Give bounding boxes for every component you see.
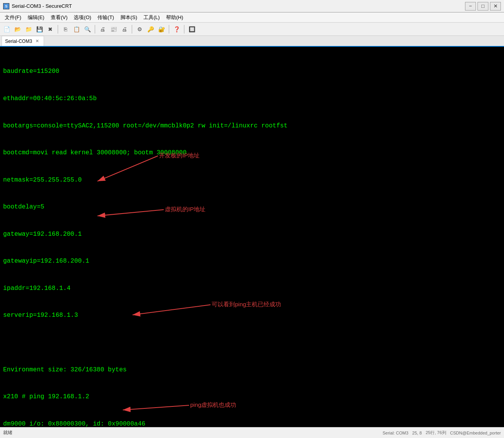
status-watermark: CSDN@Embedded_porter	[450, 431, 501, 435]
tb-close[interactable]: 📁	[23, 24, 34, 34]
menu-options[interactable]: 选项(O)	[71, 12, 94, 22]
terminal-line-9: serverip=192.168.1.3	[3, 311, 501, 320]
tb-auth[interactable]: 🔐	[156, 24, 166, 34]
tb-open[interactable]: 📂	[12, 24, 23, 34]
status-bar: 就绪 Serial: COM3 25, 8 25行, 76列 CSDN@Embe…	[0, 427, 504, 438]
menu-bar: 文件(F) 编辑(E) 查看(V) 选项(O) 传输(T) 脚本(S) 工具(L…	[0, 12, 504, 23]
menu-tools[interactable]: 工具(L)	[140, 12, 163, 22]
separator2	[95, 25, 95, 34]
menu-view[interactable]: 查看(V)	[48, 12, 71, 22]
tb-copy[interactable]: ⎘	[60, 24, 71, 34]
tab-bar: Serial-COM3 ✕	[0, 36, 504, 47]
tab-serial-com3[interactable]: Serial-COM3 ✕	[2, 36, 44, 46]
toolbar: 📄 📂 📁 💾 ✖ ⎘ 📋 🔍 🖨 📰 🖨 ⚙ 🔑 🔐 ❓ 🔲	[0, 23, 504, 36]
status-ready: 就绪	[3, 429, 12, 436]
separator4	[169, 25, 169, 34]
terminal-line-0: baudrate=115200	[3, 67, 501, 76]
tb-extra[interactable]: 🔲	[187, 24, 197, 34]
tab-close-icon[interactable]: ✕	[34, 39, 40, 44]
menu-script[interactable]: 脚本(S)	[117, 12, 140, 22]
tb-find[interactable]: 🔍	[82, 24, 92, 34]
terminal-content: baudrate=115200 ethaddr=00:40:5c:26:0a:5…	[0, 47, 504, 427]
status-rowcol: 25行, 76列	[426, 430, 446, 436]
terminal-line-1: ethaddr=00:40:5c:26:0a:5b	[3, 94, 501, 103]
title-bar-left: S Serial-COM3 - SecureCRT	[3, 3, 72, 9]
terminal-line-5: bootdelay=5	[3, 203, 501, 212]
separator5	[184, 25, 184, 34]
terminal-line-2: bootargs=console=ttySAC2,115200 root=/de…	[3, 122, 501, 131]
status-right: Serial: COM3 25, 8 25行, 76列 CSDN@Embedde…	[383, 430, 501, 436]
terminal-line-10	[3, 338, 501, 347]
terminal-line-11: Environment size: 326/16380 bytes	[3, 366, 501, 374]
menu-edit[interactable]: 编辑(E)	[25, 12, 48, 22]
tb-help[interactable]: ❓	[172, 24, 182, 34]
tb-save[interactable]: 💾	[34, 24, 44, 34]
tb-print[interactable]: 🖨	[119, 24, 129, 34]
tb-key[interactable]: 🔑	[145, 24, 156, 34]
tb-settings[interactable]: ⚙	[134, 24, 145, 34]
terminal-line-13: dm9000 i/o: 0x88000300, id: 0x90000a46	[3, 420, 501, 427]
status-left: 就绪	[3, 429, 12, 436]
separator1	[58, 25, 58, 34]
tab-label: Serial-COM3	[5, 39, 32, 44]
menu-transfer[interactable]: 传输(T)	[94, 12, 117, 22]
menu-help[interactable]: 帮助(H)	[163, 12, 186, 22]
terminal-line-7: gatewayip=192.168.200.1	[3, 257, 501, 266]
window-title: Serial-COM3 - SecureCRT	[12, 3, 72, 9]
title-bar-controls: − □ ✕	[465, 2, 501, 11]
tb-delete[interactable]: ✖	[45, 24, 55, 34]
terminal-line-3: bootcmd=movi read kernel 30008000; bootm…	[3, 148, 501, 157]
tb-new[interactable]: 📄	[2, 24, 12, 34]
tb-print-setup[interactable]: 🖨	[97, 24, 108, 34]
title-bar: S Serial-COM3 - SecureCRT − □ ✕	[0, 0, 504, 12]
separator3	[132, 25, 132, 34]
minimize-button[interactable]: −	[465, 2, 476, 11]
terminal-line-8: ipaddr=192.168.1.4	[3, 284, 501, 293]
status-serial: Serial: COM3	[383, 431, 409, 435]
close-button[interactable]: ✕	[490, 2, 501, 11]
app-icon: S	[3, 3, 9, 9]
terminal-line-12: x210 # ping 192.168.1.2	[3, 392, 501, 401]
tb-paste[interactable]: 📋	[71, 24, 81, 34]
terminal-line-4: netmask=255.255.255.0	[3, 176, 501, 185]
tb-print-prev[interactable]: 📰	[108, 24, 118, 34]
maximize-button[interactable]: □	[477, 2, 488, 11]
status-pos: 25, 8	[412, 431, 422, 435]
terminal-line-6: gateway=192.168.200.1	[3, 230, 501, 239]
terminal-container[interactable]: baudrate=115200 ethaddr=00:40:5c:26:0a:5…	[0, 47, 504, 427]
menu-file[interactable]: 文件(F)	[2, 12, 25, 22]
